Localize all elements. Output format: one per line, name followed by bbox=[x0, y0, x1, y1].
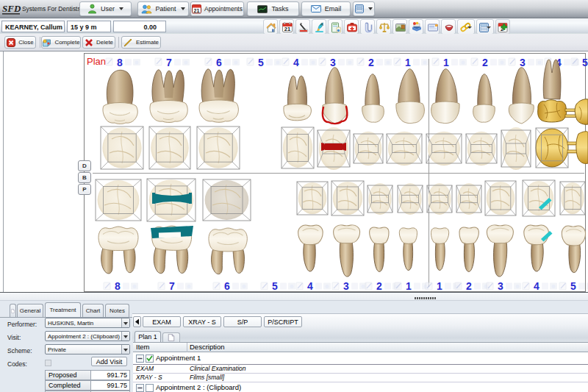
svg-text:8: 8 bbox=[115, 280, 121, 292]
svg-text:1: 1 bbox=[406, 280, 412, 292]
svg-text:3: 3 bbox=[330, 57, 336, 68]
svg-text:6: 6 bbox=[216, 57, 222, 68]
svg-text:4: 4 bbox=[307, 280, 313, 292]
svg-text:4: 4 bbox=[534, 280, 539, 292]
svg-text:2: 2 bbox=[368, 57, 374, 68]
svg-text:3: 3 bbox=[498, 280, 503, 292]
svg-text:2: 2 bbox=[376, 280, 382, 292]
svg-text:7: 7 bbox=[169, 280, 175, 292]
svg-text:8: 8 bbox=[117, 57, 123, 68]
svg-text:4: 4 bbox=[293, 57, 299, 68]
svg-text:7: 7 bbox=[166, 57, 172, 68]
svg-text:1: 1 bbox=[437, 280, 442, 292]
svg-text:3: 3 bbox=[343, 280, 349, 292]
svg-text:2: 2 bbox=[482, 57, 488, 68]
svg-text:5: 5 bbox=[570, 280, 576, 292]
svg-text:A: A bbox=[320, 22, 323, 26]
svg-text:6: 6 bbox=[224, 280, 230, 292]
svg-text:1: 1 bbox=[405, 57, 411, 68]
svg-text:5: 5 bbox=[258, 57, 264, 68]
svg-text:2: 2 bbox=[466, 280, 472, 292]
svg-text:3: 3 bbox=[520, 57, 526, 68]
svg-text:1: 1 bbox=[443, 57, 449, 68]
svg-text:5: 5 bbox=[272, 280, 278, 292]
svg-text:21: 21 bbox=[284, 26, 290, 32]
svg-text:5: 5 bbox=[582, 57, 588, 68]
svg-text:21: 21 bbox=[194, 8, 200, 13]
svg-text:SFD: SFD bbox=[2, 4, 21, 14]
